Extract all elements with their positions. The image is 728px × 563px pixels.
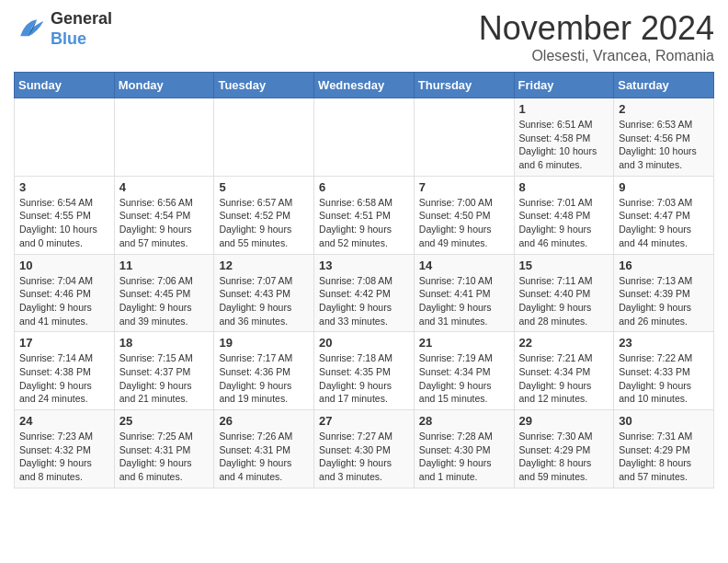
day-number: 17	[19, 336, 109, 350]
calendar-cell: 24Sunrise: 7:23 AM Sunset: 4:32 PM Dayli…	[15, 410, 115, 488]
day-info: Sunrise: 7:00 AM Sunset: 4:50 PM Dayligh…	[419, 196, 509, 250]
logo-text: General Blue	[51, 9, 112, 49]
day-info: Sunrise: 7:27 AM Sunset: 4:30 PM Dayligh…	[319, 430, 409, 484]
day-number: 16	[619, 259, 709, 272]
calendar-cell	[314, 98, 415, 177]
calendar-week: 1Sunrise: 6:51 AM Sunset: 4:58 PM Daylig…	[15, 98, 714, 177]
day-number: 15	[519, 259, 609, 272]
calendar-cell: 12Sunrise: 7:07 AM Sunset: 4:43 PM Dayli…	[214, 254, 314, 332]
calendar-cell: 18Sunrise: 7:15 AM Sunset: 4:37 PM Dayli…	[114, 332, 214, 410]
day-number: 18	[119, 336, 210, 350]
calendar-week: 17Sunrise: 7:14 AM Sunset: 4:38 PM Dayli…	[15, 332, 714, 410]
calendar-cell: 29Sunrise: 7:30 AM Sunset: 4:29 PM Dayli…	[514, 410, 614, 488]
day-info: Sunrise: 7:14 AM Sunset: 4:38 PM Dayligh…	[19, 351, 109, 406]
main-container: General Blue November 2024 Olesesti, Vra…	[0, 0, 728, 498]
calendar-cell: 13Sunrise: 7:08 AM Sunset: 4:42 PM Dayli…	[314, 254, 415, 332]
calendar-cell: 3Sunrise: 6:54 AM Sunset: 4:55 PM Daylig…	[15, 176, 115, 254]
day-info: Sunrise: 7:28 AM Sunset: 4:30 PM Dayligh…	[419, 430, 509, 484]
weekday-header: Saturday	[614, 73, 714, 98]
header-row: SundayMondayTuesdayWednesdayThursdayFrid…	[15, 73, 714, 98]
calendar-cell: 23Sunrise: 7:22 AM Sunset: 4:33 PM Dayli…	[614, 332, 714, 410]
calendar-week: 10Sunrise: 7:04 AM Sunset: 4:46 PM Dayli…	[15, 254, 714, 332]
calendar-cell: 8Sunrise: 7:01 AM Sunset: 4:48 PM Daylig…	[514, 176, 614, 254]
day-number: 9	[619, 180, 709, 194]
day-info: Sunrise: 7:08 AM Sunset: 4:42 PM Dayligh…	[319, 274, 409, 328]
day-number: 20	[319, 336, 409, 350]
weekday-header: Sunday	[15, 73, 115, 98]
logo-icon	[14, 13, 47, 46]
calendar-cell: 20Sunrise: 7:18 AM Sunset: 4:35 PM Dayli…	[314, 332, 415, 410]
calendar-cell	[15, 98, 115, 177]
day-info: Sunrise: 6:51 AM Sunset: 4:58 PM Dayligh…	[519, 118, 609, 172]
calendar-cell: 6Sunrise: 6:58 AM Sunset: 4:51 PM Daylig…	[314, 176, 415, 254]
calendar-cell: 10Sunrise: 7:04 AM Sunset: 4:46 PM Dayli…	[15, 254, 115, 332]
day-number: 8	[519, 180, 609, 194]
day-number: 25	[119, 414, 210, 428]
weekday-header: Tuesday	[214, 73, 314, 98]
month-title: November 2024	[479, 9, 714, 48]
weekday-header: Wednesday	[314, 73, 415, 98]
calendar-cell: 14Sunrise: 7:10 AM Sunset: 4:41 PM Dayli…	[414, 254, 514, 332]
day-number: 10	[19, 259, 109, 272]
day-info: Sunrise: 7:11 AM Sunset: 4:40 PM Dayligh…	[519, 274, 609, 328]
day-number: 3	[19, 180, 109, 194]
calendar-cell: 28Sunrise: 7:28 AM Sunset: 4:30 PM Dayli…	[414, 410, 514, 488]
calendar-cell: 9Sunrise: 7:03 AM Sunset: 4:47 PM Daylig…	[614, 176, 714, 254]
day-info: Sunrise: 6:53 AM Sunset: 4:56 PM Dayligh…	[619, 118, 709, 172]
calendar-cell: 11Sunrise: 7:06 AM Sunset: 4:45 PM Dayli…	[114, 254, 214, 332]
day-number: 28	[419, 414, 509, 428]
logo: General Blue	[14, 9, 112, 49]
weekday-header: Monday	[114, 73, 214, 98]
weekday-header: Thursday	[414, 73, 514, 98]
day-info: Sunrise: 7:17 AM Sunset: 4:36 PM Dayligh…	[219, 351, 309, 406]
day-info: Sunrise: 6:57 AM Sunset: 4:52 PM Dayligh…	[219, 196, 309, 250]
day-info: Sunrise: 7:19 AM Sunset: 4:34 PM Dayligh…	[419, 351, 509, 406]
day-info: Sunrise: 7:13 AM Sunset: 4:39 PM Dayligh…	[619, 274, 709, 328]
day-number: 14	[419, 259, 509, 272]
day-info: Sunrise: 7:26 AM Sunset: 4:31 PM Dayligh…	[219, 430, 309, 484]
day-number: 21	[419, 336, 509, 350]
day-info: Sunrise: 7:25 AM Sunset: 4:31 PM Dayligh…	[119, 430, 210, 484]
day-number: 23	[619, 336, 709, 350]
day-number: 22	[519, 336, 609, 350]
day-info: Sunrise: 7:01 AM Sunset: 4:48 PM Dayligh…	[519, 196, 609, 250]
calendar-week: 3Sunrise: 6:54 AM Sunset: 4:55 PM Daylig…	[15, 176, 714, 254]
day-number: 1	[519, 102, 609, 116]
day-info: Sunrise: 7:04 AM Sunset: 4:46 PM Dayligh…	[19, 274, 109, 328]
calendar-cell	[214, 98, 314, 177]
day-info: Sunrise: 7:21 AM Sunset: 4:34 PM Dayligh…	[519, 351, 609, 406]
calendar-cell: 25Sunrise: 7:25 AM Sunset: 4:31 PM Dayli…	[114, 410, 214, 488]
calendar-cell: 16Sunrise: 7:13 AM Sunset: 4:39 PM Dayli…	[614, 254, 714, 332]
day-number: 4	[119, 180, 210, 194]
calendar-cell: 26Sunrise: 7:26 AM Sunset: 4:31 PM Dayli…	[214, 410, 314, 488]
day-number: 30	[619, 414, 709, 428]
day-info: Sunrise: 7:18 AM Sunset: 4:35 PM Dayligh…	[319, 351, 409, 406]
day-number: 19	[219, 336, 309, 350]
day-number: 12	[219, 259, 309, 272]
day-info: Sunrise: 7:07 AM Sunset: 4:43 PM Dayligh…	[219, 274, 309, 328]
day-number: 5	[219, 180, 309, 194]
calendar-cell: 17Sunrise: 7:14 AM Sunset: 4:38 PM Dayli…	[15, 332, 115, 410]
day-number: 13	[319, 259, 409, 272]
day-number: 29	[519, 414, 609, 428]
day-number: 6	[319, 180, 409, 194]
day-info: Sunrise: 7:10 AM Sunset: 4:41 PM Dayligh…	[419, 274, 509, 328]
day-info: Sunrise: 6:58 AM Sunset: 4:51 PM Dayligh…	[319, 196, 409, 250]
calendar-cell: 15Sunrise: 7:11 AM Sunset: 4:40 PM Dayli…	[514, 254, 614, 332]
day-number: 27	[319, 414, 409, 428]
day-number: 26	[219, 414, 309, 428]
day-number: 7	[419, 180, 509, 194]
calendar-cell: 5Sunrise: 6:57 AM Sunset: 4:52 PM Daylig…	[214, 176, 314, 254]
calendar-cell: 2Sunrise: 6:53 AM Sunset: 4:56 PM Daylig…	[614, 98, 714, 177]
calendar-cell: 22Sunrise: 7:21 AM Sunset: 4:34 PM Dayli…	[514, 332, 614, 410]
calendar-cell: 21Sunrise: 7:19 AM Sunset: 4:34 PM Dayli…	[414, 332, 514, 410]
calendar-cell: 27Sunrise: 7:27 AM Sunset: 4:30 PM Dayli…	[314, 410, 415, 488]
calendar-table: SundayMondayTuesdayWednesdayThursdayFrid…	[14, 72, 714, 488]
day-info: Sunrise: 7:31 AM Sunset: 4:29 PM Dayligh…	[619, 430, 709, 484]
calendar-cell: 7Sunrise: 7:00 AM Sunset: 4:50 PM Daylig…	[414, 176, 514, 254]
title-block: November 2024 Olesesti, Vrancea, Romania	[479, 9, 714, 64]
calendar-cell	[414, 98, 514, 177]
day-info: Sunrise: 7:03 AM Sunset: 4:47 PM Dayligh…	[619, 196, 709, 250]
day-info: Sunrise: 7:23 AM Sunset: 4:32 PM Dayligh…	[19, 430, 109, 484]
day-info: Sunrise: 7:15 AM Sunset: 4:37 PM Dayligh…	[119, 351, 210, 406]
